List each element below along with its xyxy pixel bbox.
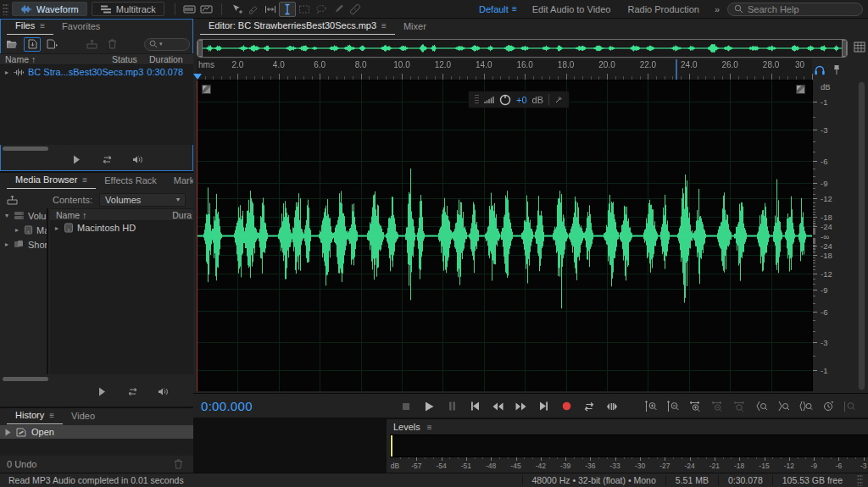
import-file-button[interactable] [24,37,41,52]
zoom-out-full-button[interactable] [842,399,858,414]
workspace-radio-production[interactable]: Radio Production [619,4,707,14]
column-status[interactable]: Status [112,54,149,64]
open-file-button[interactable] [3,37,20,52]
rewind-button[interactable] [490,399,505,414]
tree-item-macintosh-hd[interactable]: ▸Macintosh HD [0,223,47,237]
file-row[interactable]: ▸ BC Stra...sBest30Secs.mp3 0:30.078 [0,65,193,79]
files-hscrollbar-thumb[interactable] [3,147,48,151]
search-help-box[interactable] [727,3,863,16]
skip-to-start-button[interactable] [467,399,482,414]
zoom-to-selection-button[interactable] [732,399,748,414]
preview-loop-button[interactable] [98,152,115,167]
hud-grip[interactable] [475,94,479,105]
new-file-button[interactable] [44,37,61,52]
skip-to-end-button[interactable] [536,399,551,414]
move-tool-button[interactable] [228,2,245,17]
statusbar-grip[interactable] [857,474,863,486]
panel-menu-icon[interactable]: ≡ [82,175,87,185]
zoom-to-selection-time-button[interactable] [798,399,814,414]
reset-zoom-button[interactable] [820,399,836,414]
remove-file-button[interactable] [103,37,120,52]
hud-gain-value[interactable]: +0 [516,95,527,105]
search-help-input[interactable] [748,4,841,14]
panel-menu-icon[interactable]: ≡ [49,411,54,420]
expand-chevron-icon[interactable]: ▸ [3,69,10,76]
zoom-in-at-out-point-button[interactable] [776,399,792,414]
tab-mixer[interactable]: Mixer [395,21,435,35]
clear-history-button[interactable] [170,457,186,472]
playhead-marker[interactable] [193,74,202,80]
zoom-out-time-button[interactable] [709,399,726,414]
waveform-canvas[interactable] [197,80,812,391]
collapse-chevron-icon[interactable]: ▾ [3,212,10,219]
media-import-button[interactable] [3,192,20,207]
panel-menu-icon[interactable]: ≡ [40,21,45,30]
gain-knob-icon[interactable] [499,94,511,106]
expand-chevron-icon[interactable]: ▸ [53,224,60,232]
media-row-macintosh-hd[interactable]: ▸ Macintosh HD [50,221,193,235]
preview-loop-button[interactable] [124,385,141,399]
auto-play-button[interactable] [154,385,171,399]
expand-chevron-icon[interactable]: ▸ [14,226,20,234]
overview-left-handle[interactable] [198,40,203,57]
history-item-open[interactable]: Open [0,425,193,439]
preview-play-button[interactable] [93,385,110,399]
pin-marker-button[interactable] [832,64,841,75]
media-hscrollbar-thumb[interactable] [3,377,48,381]
contents-dropdown[interactable]: Volumes ▾ [99,193,186,207]
waveform-overview-strip[interactable] [197,39,848,58]
tree-item-volumes[interactable]: ▾Volumes [0,208,47,223]
multitrack-view-button[interactable]: Multitrack [92,2,164,16]
overview-grid-icon[interactable] [854,42,865,53]
slip-tool-button[interactable] [262,2,279,17]
workspace-default[interactable]: Default [470,4,512,14]
workspace-menu-icon[interactable]: ≡ [512,4,517,14]
volume-hud[interactable]: +0 dB [468,91,570,108]
stop-button[interactable] [398,399,414,414]
toolbar-grip[interactable] [3,3,8,15]
column-name[interactable]: Name ↑ [0,54,36,64]
monitor-headphones-button[interactable] [814,64,826,75]
tab-history[interactable]: History≡ [7,410,63,424]
workspace-edit-audio-to-video[interactable]: Edit Audio to Video [524,4,620,14]
files-search-box[interactable]: ▾ [144,38,190,51]
zoom-in-amplitude-button[interactable] [643,399,659,414]
auto-play-button[interactable] [129,152,146,167]
tab-files[interactable]: Files≡ [7,20,53,35]
levels-meter[interactable] [390,434,868,457]
workspace-overflow-chevron[interactable]: » [708,4,726,14]
column-duration[interactable]: Duration [149,54,193,64]
record-button[interactable] [559,399,574,414]
spectral-pitch-display-toggle[interactable] [198,2,215,17]
column-duration[interactable]: Dura [172,210,193,220]
time-selection-tool-button[interactable] [279,2,296,17]
zoom-in-at-in-point-button[interactable] [754,399,770,414]
play-button[interactable] [421,399,437,414]
pause-button[interactable] [444,399,459,414]
expand-chevron-icon[interactable]: ▸ [3,241,10,248]
zoom-out-amplitude-button[interactable] [665,399,682,414]
zoom-in-time-button[interactable] [687,399,704,414]
paintbrush-selection-tool-button[interactable] [330,2,347,17]
tree-item-shortcuts[interactable]: ▸Shortcuts [0,237,47,252]
preview-play-button[interactable] [68,152,85,167]
tab-effects-rack[interactable]: Effects Rack [96,175,165,189]
hud-pin-icon[interactable] [554,96,563,104]
insert-into-multitrack-button[interactable] [83,37,100,52]
loop-playback-button[interactable] [581,399,597,414]
vertical-scrollbar[interactable] [858,81,865,390]
razor-tool-button[interactable] [245,2,262,17]
playhead-time-display[interactable]: 0:00.000 [201,399,253,413]
column-name[interactable]: Name ↑ [50,210,86,220]
overview-right-handle[interactable] [842,40,847,57]
spectral-frequency-display-toggle[interactable] [181,2,198,17]
marquee-selection-tool-button[interactable] [296,2,313,17]
vertical-scrollbar-thumb[interactable] [859,82,865,390]
tab-media-browser[interactable]: Media Browser≡ [7,174,96,189]
timeline-ruler[interactable]: hms2.04.06.08.010.012.014.016.018.020.02… [197,59,812,80]
amplitude-db-ruler[interactable]: dB-1-1-3-3-6-6-9-9-12-12-18-18-24-24-∞ [812,80,856,391]
tab-video[interactable]: Video [63,411,103,424]
waveform-display[interactable]: +0 dB [197,80,812,391]
corner-handle-left[interactable] [202,85,211,94]
tab-editor[interactable]: Editor: BC StrawberriesBest30Secs.mp3≡ [200,20,395,35]
